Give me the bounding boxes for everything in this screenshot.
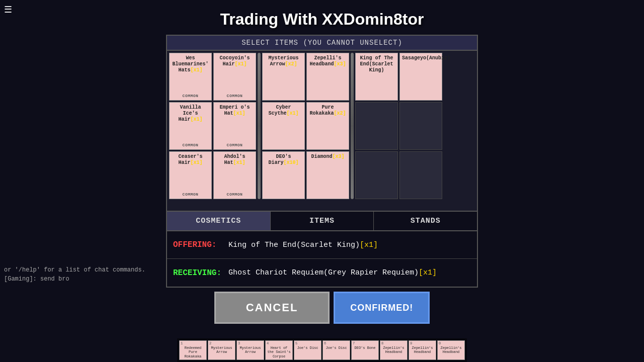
inventory-bar: 1 Redeemed Pure Rokakaka 2 Mysterious Ar… xyxy=(177,338,467,362)
trade-title: Trading With XXDomin8tor xyxy=(166,10,478,29)
item-emperio-hat[interactable]: Emperi o's Hat[x1] COMMON xyxy=(213,102,256,150)
offering-row: OFFERING: King of The End(Scarlet King)[… xyxy=(167,231,477,259)
chat-line-2: [Gaming]: send bro xyxy=(4,275,157,284)
buttons-row: CANCEL CONFIRMED! xyxy=(166,292,478,324)
inv-item-3[interactable]: 3 Mysterious Arrow xyxy=(236,340,264,360)
item-ahdol-hat[interactable]: Ahdol's Hat[x1] COMMON xyxy=(213,151,256,199)
inv-item-8[interactable]: 8 Zepellin's Headband xyxy=(380,340,408,360)
inv-item-7[interactable]: 7 DEO's Bone xyxy=(351,340,379,360)
tab-stands[interactable]: STANDS xyxy=(374,212,477,230)
item-ceaser-hair[interactable]: Ceaser's Hair[x1] COMMON xyxy=(169,151,212,199)
chat-line-1: or '/help' for a list of chat commands. xyxy=(4,265,157,275)
receiving-row: RECEIVING: Ghost Chariot Requiem(Grey Ra… xyxy=(167,259,477,287)
item-zepelli-headband[interactable]: Zepelli's Headband[x3] xyxy=(306,53,349,101)
tab-items[interactable]: ITEMS xyxy=(271,212,374,230)
item-wes-hair[interactable]: Wes Bluemarines' Hats[x1] COMMON xyxy=(169,53,212,101)
item-king-of-the-end[interactable]: King of The End(Scarlet King) xyxy=(355,53,398,101)
inv-item-5[interactable]: 5 Joe's Disc xyxy=(294,340,321,360)
item-cyber-scythe[interactable]: Cyber Scythe[x1] xyxy=(262,102,305,150)
item-pure-rokakaka[interactable]: Pure Rokakaka[x2] xyxy=(306,102,349,150)
receiving-text: Ghost Chariot Requiem(Grey Rapier Requie… xyxy=(228,268,437,277)
category-tabs: COSMETICS ITEMS STANDS xyxy=(166,212,478,231)
item-cocoyoin-hair[interactable]: Cocoyoin's Hair[x1] COMMON xyxy=(213,53,256,101)
trade-window: Trading With XXDomin8tor SELECT ITEMS (Y… xyxy=(166,10,478,324)
grid-divider-2 xyxy=(351,53,354,199)
grid-group-1: Wes Bluemarines' Hats[x1] COMMON Cocoyoi… xyxy=(169,53,256,199)
cancel-button[interactable]: CANCEL xyxy=(214,292,330,324)
item-empty-2 xyxy=(399,102,442,150)
inv-item-1[interactable]: 1 Redeemed Pure Rokakaka xyxy=(179,340,207,360)
item-deo-diary[interactable]: DEO's Diary[x10] xyxy=(262,151,305,199)
item-vanilla-hair[interactable]: Vanilla Ice's Hair[x1] COMMON xyxy=(169,102,212,150)
inv-item-4[interactable]: 4 Heart of the Saint's Corpse xyxy=(265,340,293,360)
item-empty-4 xyxy=(399,151,442,199)
chat-area: or '/help' for a list of chat commands. … xyxy=(0,261,161,362)
inv-item-2[interactable]: 2 Mysterious Arrow xyxy=(208,340,235,360)
offering-label: OFFERING: xyxy=(173,240,223,249)
receiving-label: RECEIVING: xyxy=(173,268,223,278)
inv-item-9[interactable]: 9 Zepellin's Headband xyxy=(409,340,436,360)
tab-cosmetics[interactable]: COSMETICS xyxy=(167,212,271,230)
item-empty-3 xyxy=(355,151,398,199)
items-grid-container: Wes Bluemarines' Hats[x1] COMMON Cocoyoi… xyxy=(166,51,478,212)
item-sasageyo[interactable]: Sasageyo(Anubiz) xyxy=(399,53,442,101)
item-empty-1 xyxy=(355,102,398,150)
grid-divider-1 xyxy=(258,53,261,199)
trade-info: OFFERING: King of The End(Scarlet King)[… xyxy=(166,231,478,288)
item-diamond[interactable]: Diamond[x3] xyxy=(306,151,349,199)
menu-icon[interactable]: ☰ xyxy=(4,4,12,15)
grid-group-3: King of The End(Scarlet King) Sasageyo(A… xyxy=(355,53,442,199)
confirm-button[interactable]: CONFIRMED! xyxy=(334,292,430,324)
select-banner: SELECT ITEMS (YOU CANNOT UNSELECT) xyxy=(166,35,478,51)
grid-section: Wes Bluemarines' Hats[x1] COMMON Cocoyoi… xyxy=(167,51,477,201)
item-mysterious-arrow[interactable]: Mysterious Arrow[x2] xyxy=(262,53,305,101)
inv-item-6[interactable]: 6 Joe's Disc xyxy=(323,340,350,360)
inv-item-0[interactable]: 0 Zepellin's Headband xyxy=(437,340,465,360)
grid-group-2: Mysterious Arrow[x2] Zepelli's Headband[… xyxy=(262,53,349,199)
offering-text: King of The End(Scarlet King)[x1] xyxy=(228,241,378,249)
